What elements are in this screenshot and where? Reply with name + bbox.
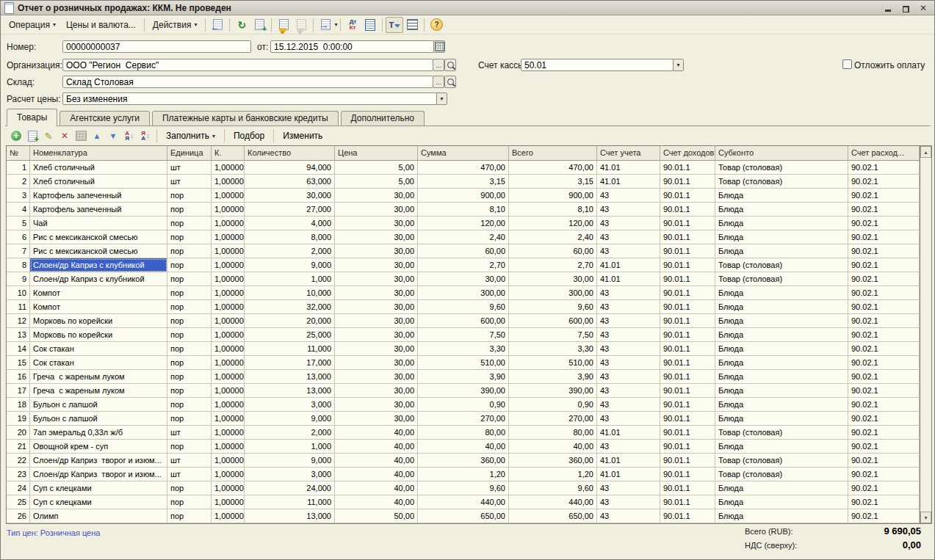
table-cell[interactable]: 510,00 [509,356,597,370]
table-cell[interactable]: 650,00 [509,509,597,523]
table-cell[interactable]: 9,60 [418,481,509,495]
table-cell[interactable]: 43 [597,481,660,495]
table-cell[interactable]: 90.02.1 [848,272,920,286]
table-cell[interactable]: Суп с клецками [30,495,167,509]
table-cell[interactable]: Хлеб столичный [30,161,167,175]
table-cell[interactable]: 1,000000 [212,468,245,481]
table-cell[interactable]: 1,000000 [212,356,245,370]
tab-0[interactable]: Товары [7,109,57,126]
table-cell[interactable]: 40,00 [509,440,597,454]
table-cell[interactable]: 41.01 [597,454,660,468]
organization-lookup-button[interactable] [444,59,456,71]
table-cell[interactable]: 19 [7,412,30,426]
table-cell[interactable]: 90.02.1 [848,314,920,328]
table-cell[interactable]: 3 [7,189,30,203]
table-cell[interactable]: 1,000000 [212,272,245,286]
table-cell[interactable]: 1,000000 [212,412,245,426]
table-cell[interactable]: 9,000 [245,412,335,426]
table-cell[interactable]: 2,40 [509,230,597,244]
table-cell[interactable]: 30,00 [418,272,509,286]
table-cell[interactable]: 30,00 [335,384,418,398]
table-cell[interactable]: 90.02.1 [848,244,920,258]
table-cell[interactable]: Блюда [715,342,848,356]
table-cell[interactable]: 41.01 [597,272,660,286]
table-cell[interactable]: 90.01.1 [660,286,715,300]
table-cell[interactable]: 90.02.1 [848,468,920,481]
column-header[interactable]: Счет учета [597,146,660,160]
calendar-button[interactable] [433,40,445,53]
move-up-button[interactable]: ▲ [89,128,105,143]
table-cell[interactable]: 43 [597,328,660,342]
table-cell[interactable]: 90.01.1 [660,217,715,230]
table-cell[interactable]: 440,00 [418,495,509,509]
table-cell[interactable]: 90.02.1 [848,342,920,356]
table-cell[interactable]: 16 [7,370,30,384]
table-cell[interactable]: 30,00 [335,356,418,370]
table-cell[interactable]: пор [167,495,212,509]
table-cell[interactable]: 30,00 [335,412,418,426]
table-cell[interactable]: 1,000000 [212,286,245,300]
table-cell[interactable]: Блюда [715,203,848,217]
table-cell[interactable]: 90.01.1 [660,314,715,328]
table-cell[interactable]: 30,00 [335,286,418,300]
table-cell[interactable]: пор [167,440,212,454]
restore-button[interactable] [900,4,911,12]
table-cell[interactable]: 1,000000 [212,398,245,412]
document-journal-button[interactable] [361,17,379,33]
table-cell[interactable]: 8,000 [245,230,335,244]
table-cell[interactable]: 30,00 [335,342,418,356]
table-cell[interactable]: Рис с мексиканской смесью [30,230,167,244]
add-row-button[interactable]: + [8,128,24,143]
table-cell[interactable]: 30,00 [335,244,418,258]
table-cell[interactable]: 43 [597,509,660,523]
table-cell[interactable]: 90.02.1 [848,495,920,509]
table-cell[interactable]: 41.01 [597,468,660,481]
table-cell[interactable]: 41.01 [597,175,660,189]
table-cell[interactable]: 90.01.1 [660,203,715,217]
table-cell[interactable]: 30,00 [335,258,418,272]
table-cell[interactable]: Блюда [715,509,848,523]
table-cell[interactable]: 43 [597,286,660,300]
table-cell[interactable]: 90.01.1 [660,300,715,314]
table-cell[interactable]: 120,00 [509,217,597,230]
table-cell[interactable]: 14 [7,342,30,356]
cash-account-dropdown-button[interactable]: ▼ [673,59,684,71]
table-cell[interactable]: 7,50 [418,328,509,342]
table-cell[interactable]: 1 [7,161,30,175]
table-cell[interactable]: 3,90 [418,370,509,384]
table-cell[interactable]: 1,000000 [212,328,245,342]
table-cell[interactable]: 10 [7,286,30,300]
delete-row-button[interactable]: ✕ [57,128,73,143]
table-cell[interactable]: 90.01.1 [660,509,715,523]
table-cell[interactable]: 2,70 [509,258,597,272]
table-cell[interactable]: Блюда [715,314,848,328]
table-cell[interactable]: 27,000 [245,203,335,217]
column-header[interactable]: Количество [245,146,335,160]
table-cell[interactable]: 1,000000 [212,509,245,523]
table-cell[interactable]: 43 [597,230,660,244]
table-cell[interactable]: 90.01.1 [660,468,715,481]
table-cell[interactable]: 90.01.1 [660,426,715,440]
table-cell[interactable]: 600,00 [418,314,509,328]
table-cell[interactable]: Блюда [715,481,848,495]
table-cell[interactable]: 900,00 [509,189,597,203]
table-cell[interactable]: 30,00 [335,314,418,328]
table-cell[interactable]: Блюда [715,440,848,454]
table-cell[interactable]: 9,000 [245,258,335,272]
table-cell[interactable]: пор [167,272,212,286]
table-cell[interactable]: Блюда [715,356,848,370]
table-cell[interactable]: Блюда [715,412,848,426]
table-cell[interactable]: 650,00 [418,509,509,523]
table-cell[interactable]: 1,000000 [212,384,245,398]
table-cell[interactable]: пор [167,481,212,495]
table-cell[interactable]: 90.02.1 [848,481,920,495]
table-cell[interactable]: 90.02.1 [848,161,920,175]
table-cell[interactable]: 2,000 [245,426,335,440]
fill-button[interactable]: Заполнить ▾ [160,129,221,142]
table-cell[interactable]: 900,00 [418,189,509,203]
table-cell[interactable]: 1,000 [245,272,335,286]
table-cell[interactable]: 90.02.1 [848,203,920,217]
scroll-down-button[interactable]: ▼ [920,512,931,523]
table-cell[interactable]: Слоен/др Каприз с клубникой [30,258,167,272]
organization-field[interactable]: ООО "Регион Сервис" [62,59,433,71]
